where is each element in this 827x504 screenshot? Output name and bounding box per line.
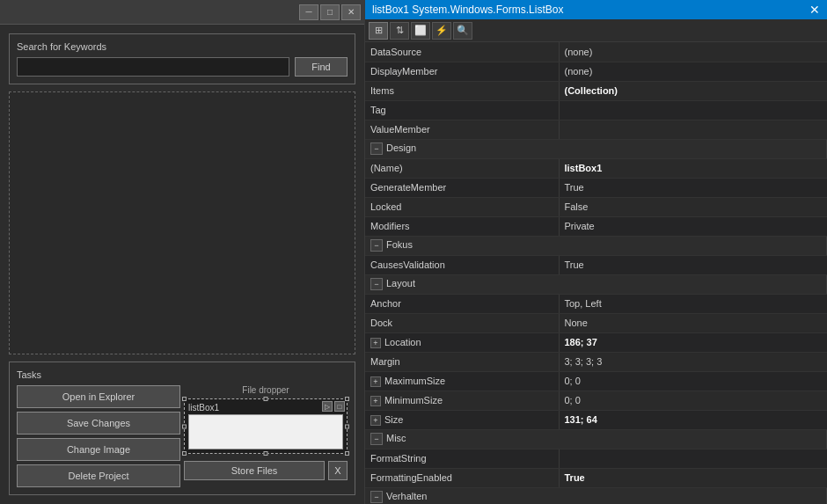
minimize-button[interactable]: ─ [299,4,318,20]
props-table-container[interactable]: DataSource(none)DisplayMember(none)Items… [365,42,827,504]
prop-value-cell [559,100,827,120]
expand-icon[interactable]: + [370,376,381,387]
table-row[interactable]: Items(Collection) [365,81,827,100]
prop-value-cell [559,449,827,468]
table-row[interactable]: +Size131; 64 [365,410,827,429]
table-row[interactable]: +MaximumSize0; 0 [365,371,827,391]
section-collapse-icon[interactable]: − [370,239,383,252]
props-toolbar: ⊞ ⇅ ⬜ ⚡ 🔍 [365,19,827,42]
left-panel: ─ □ ✕ Search for Keywords Find Tasks Ope… [0,0,365,504]
prop-name-cell: +Location [365,332,559,352]
toolbar-sort-icon[interactable]: ⇅ [390,22,409,40]
table-row[interactable]: CausesValidationTrue [365,255,827,274]
prop-value-cell: 0; 0 [559,391,827,410]
table-row[interactable]: FormatString [365,449,827,468]
prop-name-cell: Items [365,81,559,100]
table-row[interactable]: Margin3; 3; 3; 3 [365,352,827,371]
prop-name-cell: ValueMember [365,120,559,139]
file-dropper-container: File dropper ▷ □ listBox1 [184,385,348,480]
table-row[interactable]: FormattingEnabledTrue [365,468,827,487]
table-row[interactable]: LockedFalse [365,197,827,216]
handle-bm [264,451,268,456]
prop-value-cell: True [559,178,827,197]
search-section: Search for Keywords Find [9,33,355,84]
table-row[interactable]: ModifiersPrivate [365,216,827,236]
section-header-cell: −Layout [365,274,827,294]
save-changes-button[interactable]: Save Changes [17,412,180,435]
tasks-section: Tasks Open in Explorer Save Changes Chan… [9,362,355,495]
table-row[interactable]: −Misc [365,429,827,449]
find-button[interactable]: Find [295,57,348,77]
table-row[interactable]: −Layout [365,274,827,294]
handle-lm [182,424,187,428]
table-row[interactable]: Tag [365,100,827,120]
store-row: Store Files X [184,461,348,480]
file-dropper-top-icons: ▷ □ [322,401,345,412]
expand-icon[interactable]: + [370,396,381,406]
listbox-label: listBox1 [188,403,343,413]
open-explorer-button[interactable]: Open in Explorer [17,385,180,408]
toolbar-props-icon[interactable]: ⬜ [411,22,430,40]
section-collapse-icon[interactable]: − [370,278,383,290]
search-input[interactable] [17,57,289,77]
prop-name-cell: Locked [365,197,559,216]
prop-value-cell: (Collection) [559,81,827,100]
maximize-button[interactable]: □ [320,4,340,20]
expand-icon[interactable]: + [370,338,381,348]
prop-value-cell: (none) [559,62,827,81]
toolbar-search-icon[interactable]: 🔍 [453,22,472,40]
table-row[interactable]: −Fokus [365,236,827,255]
toolbar-event-icon[interactable]: ⚡ [432,22,451,40]
section-header-cell: −Fokus [365,236,827,255]
table-row[interactable]: DisplayMember(none) [365,62,827,81]
prop-value-cell: (none) [559,42,827,62]
toolbar-grid-icon[interactable]: ⊞ [369,22,388,40]
table-row[interactable]: AnchorTop, Left [365,294,827,313]
handle-bl [182,451,187,456]
table-row[interactable]: GenerateMemberTrue [365,178,827,197]
prop-value-cell: Private [559,216,827,236]
prop-name-cell: DataSource [365,42,559,62]
handle-tr [345,397,349,401]
task-buttons-column: Open in Explorer Save Changes Change Ima… [17,385,180,487]
table-row[interactable]: −Design [365,139,827,158]
prop-value-cell: 131; 64 [559,410,827,429]
search-label: Search for Keywords [17,41,348,52]
table-row[interactable]: ValueMember [365,120,827,139]
tasks-grid: Open in Explorer Save Changes Change Ima… [17,385,348,487]
file-dropper-close-button[interactable]: X [328,461,348,480]
close-button[interactable]: ✕ [341,4,361,20]
prop-name-cell: (Name) [365,158,559,178]
dropper-icon-1[interactable]: ▷ [322,401,333,412]
delete-project-button[interactable]: Delete Project [17,464,180,487]
prop-name-cell: +MinimumSize [365,391,559,410]
window-titlebar: ─ □ ✕ [0,0,364,25]
props-close-icon[interactable]: ✕ [809,3,820,17]
table-row[interactable]: DataSource(none) [365,42,827,62]
prop-name-cell: Modifiers [365,216,559,236]
prop-value-cell: None [559,313,827,332]
handle-rm [345,424,349,428]
expand-icon[interactable]: + [370,415,381,426]
dropper-icon-2[interactable]: □ [334,401,345,412]
table-row[interactable]: −Verhalten [365,487,827,504]
table-row[interactable]: +MinimumSize0; 0 [365,391,827,410]
handle-tm [264,397,268,401]
table-row[interactable]: DockNone [365,313,827,332]
prop-name-cell: Tag [365,100,559,120]
prop-value-cell: 0; 0 [559,371,827,391]
section-collapse-icon[interactable]: − [370,433,383,445]
prop-name-cell: FormattingEnabled [365,468,559,487]
change-image-button[interactable]: Change Image [17,438,180,461]
prop-name-cell: FormatString [365,449,559,468]
store-files-button[interactable]: Store Files [184,461,325,480]
table-row[interactable]: (Name)listBox1 [365,158,827,178]
section-header-cell: −Verhalten [365,487,827,504]
search-row: Find [17,57,348,77]
table-row[interactable]: +Location186; 37 [365,332,827,352]
prop-name-cell: Anchor [365,294,559,313]
file-dropper-box: ▷ □ listBox1 [184,398,348,454]
handle-tl [182,397,187,401]
section-collapse-icon[interactable]: − [370,491,383,503]
section-collapse-icon[interactable]: − [370,142,383,155]
